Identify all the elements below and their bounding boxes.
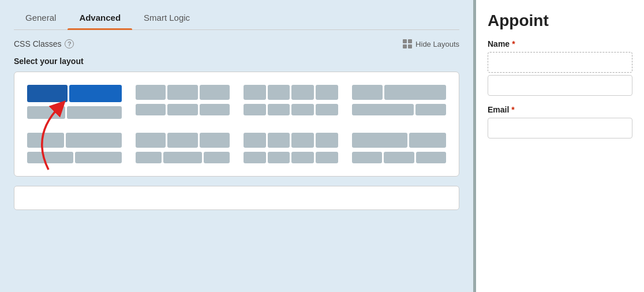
css-classes-label: CSS Classes ? — [14, 39, 74, 48]
css-classes-row: CSS Classes ? Hide Layouts — [14, 39, 459, 48]
tab-advanced[interactable]: Advanced — [68, 5, 132, 29]
name-dashed-box — [488, 52, 632, 73]
select-layout-label: Select your layout — [14, 57, 459, 66]
tab-general[interactable]: General — [14, 5, 68, 29]
name-field-group: Name * — [488, 39, 632, 96]
layout-block — [291, 152, 314, 163]
layout-block — [136, 133, 166, 148]
right-panel: Appoint Name * Email * — [473, 0, 644, 292]
layout-option-5[interactable] — [24, 129, 125, 167]
layout-block — [67, 106, 121, 119]
layout-block — [136, 152, 162, 163]
layout-option-8[interactable] — [349, 129, 450, 167]
tab-smart-logic[interactable]: Smart Logic — [132, 5, 201, 29]
layout-block — [66, 133, 121, 148]
name-input[interactable] — [488, 75, 632, 96]
layout-option-4[interactable] — [349, 81, 450, 122]
layout-block — [291, 133, 314, 148]
layout-block — [200, 133, 230, 148]
layout-block — [316, 85, 338, 100]
layout-block — [200, 85, 230, 100]
layout-block — [200, 104, 230, 115]
layout-block — [244, 152, 266, 163]
layout-block — [244, 133, 266, 148]
layout-block — [204, 152, 230, 163]
grid-icon — [403, 39, 412, 48]
layout-block — [27, 106, 65, 119]
layout-block — [352, 133, 407, 148]
layout-block — [268, 104, 290, 115]
layout-block — [163, 152, 203, 163]
layout-option-7[interactable] — [240, 129, 342, 167]
hide-layouts-button[interactable]: Hide Layouts — [403, 39, 459, 48]
layout-block — [27, 85, 68, 102]
layout-block — [268, 133, 290, 148]
layout-block — [167, 85, 198, 100]
layout-option-3[interactable] — [240, 81, 342, 122]
layout-block — [75, 152, 121, 163]
layout-option-1[interactable] — [24, 81, 125, 122]
email-required-star: * — [511, 105, 514, 114]
left-panel: General Advanced Smart Logic CSS Classes… — [0, 0, 473, 292]
layout-block — [409, 133, 446, 148]
layout-block — [136, 104, 166, 115]
layout-block — [384, 85, 446, 100]
layout-block — [268, 152, 290, 163]
layout-block — [244, 85, 266, 100]
name-required-star: * — [512, 39, 515, 48]
css-classes-input[interactable] — [14, 186, 459, 210]
tabs-bar: General Advanced Smart Logic — [14, 0, 459, 30]
name-label: Name * — [488, 39, 632, 48]
email-input[interactable] — [488, 118, 632, 138]
layout-block — [316, 104, 338, 115]
layout-block — [69, 85, 122, 102]
appoint-title: Appoint — [488, 12, 632, 30]
layout-block — [27, 152, 73, 163]
layout-block — [291, 85, 314, 100]
email-field-group: Email * — [488, 105, 632, 138]
email-label: Email * — [488, 105, 632, 114]
layout-container — [14, 72, 459, 177]
layout-block — [352, 85, 383, 100]
layout-block — [352, 104, 414, 115]
layout-block — [167, 133, 198, 148]
layout-option-6[interactable] — [132, 129, 234, 167]
layout-block — [316, 152, 338, 163]
layout-block — [136, 85, 166, 100]
layout-block — [352, 152, 383, 163]
layout-block — [415, 104, 447, 115]
help-icon[interactable]: ? — [65, 39, 74, 48]
layout-block — [384, 152, 414, 163]
layout-wrapper — [14, 72, 459, 186]
layout-block — [268, 85, 290, 100]
layout-block — [291, 104, 314, 115]
layout-block — [316, 133, 338, 148]
layout-block — [244, 104, 266, 115]
layout-option-2[interactable] — [132, 81, 234, 122]
layout-block — [27, 133, 64, 148]
layout-block — [167, 104, 198, 115]
layout-block — [416, 152, 447, 163]
